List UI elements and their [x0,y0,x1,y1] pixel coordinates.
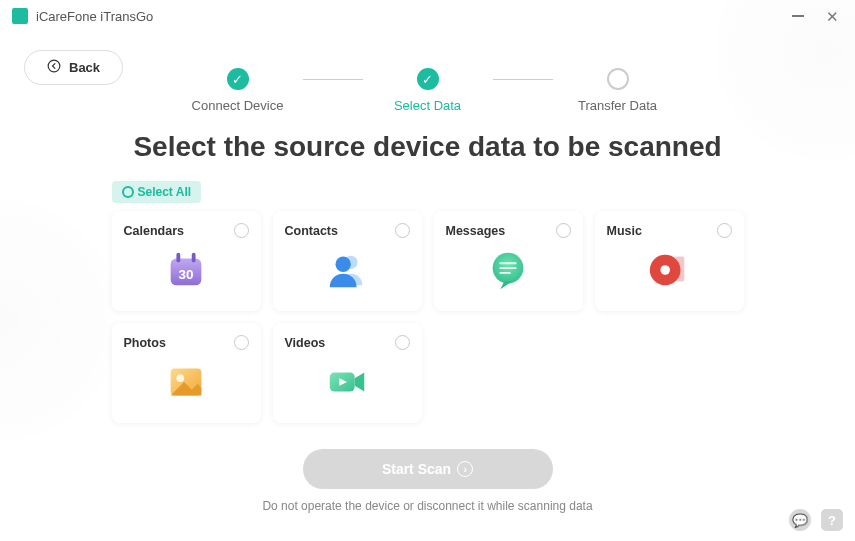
titlebar: iCareFone iTransGo ✕ [0,0,855,28]
svg-rect-3 [192,252,196,262]
footer-icons: 💬 ? [789,509,843,531]
app-logo [12,8,28,24]
content-area: Select All Calendars 30 Contacts [112,181,744,423]
help-icon: ? [828,513,836,528]
select-all-ring-icon [122,186,134,198]
minimize-button[interactable] [792,15,804,17]
step-transfer-data: Transfer Data [553,68,683,113]
card-messages[interactable]: Messages [434,211,583,311]
card-title: Calendars [124,224,184,238]
help-button[interactable]: ? [821,509,843,531]
radio-icon[interactable] [395,223,410,238]
svg-point-6 [336,256,351,271]
circle-icon [607,68,629,90]
step-label: Connect Device [192,98,284,113]
select-all-label: Select All [138,185,192,199]
radio-icon[interactable] [395,335,410,350]
app-title: iCareFone iTransGo [36,9,153,24]
start-scan-label: Start Scan [382,461,451,477]
music-icon [607,238,732,301]
step-connect-device: ✓ Connect Device [173,68,303,113]
photos-icon [124,350,249,413]
step-select-data: ✓ Select Data [363,68,493,113]
radio-icon[interactable] [234,223,249,238]
messages-icon [446,238,571,301]
chat-button[interactable]: 💬 [789,509,811,531]
check-icon: ✓ [417,68,439,90]
calendar-icon: 30 [124,238,249,301]
page-heading: Select the source device data to be scan… [0,131,855,163]
step-label: Select Data [394,98,461,113]
scanning-note: Do not operate the device or disconnect … [0,499,855,513]
stepper: ✓ Connect Device ✓ Select Data Transfer … [0,68,855,113]
step-connector [303,79,363,80]
card-calendars[interactable]: Calendars 30 [112,211,261,311]
card-title: Contacts [285,224,338,238]
card-title: Photos [124,336,166,350]
card-music[interactable]: Music [595,211,744,311]
radio-icon[interactable] [234,335,249,350]
card-title: Music [607,224,642,238]
card-title: Messages [446,224,506,238]
arrow-right-circle-icon: › [457,461,473,477]
chat-icon: 💬 [792,513,808,528]
select-all-button[interactable]: Select All [112,181,202,203]
svg-point-10 [660,265,670,275]
videos-icon [285,350,410,413]
window-controls: ✕ [792,9,839,24]
contacts-icon [285,238,410,301]
close-button[interactable]: ✕ [826,9,839,24]
card-photos[interactable]: Photos [112,323,261,423]
card-contacts[interactable]: Contacts [273,211,422,311]
radio-icon[interactable] [717,223,732,238]
card-title: Videos [285,336,326,350]
svg-point-12 [176,374,184,382]
data-cards-grid: Calendars 30 Contacts Messages [112,211,744,423]
start-scan-button[interactable]: Start Scan › [303,449,553,489]
svg-text:30: 30 [179,266,194,281]
svg-rect-2 [176,252,180,262]
step-label: Transfer Data [578,98,657,113]
step-connector [493,79,553,80]
radio-icon[interactable] [556,223,571,238]
card-videos[interactable]: Videos [273,323,422,423]
check-icon: ✓ [227,68,249,90]
